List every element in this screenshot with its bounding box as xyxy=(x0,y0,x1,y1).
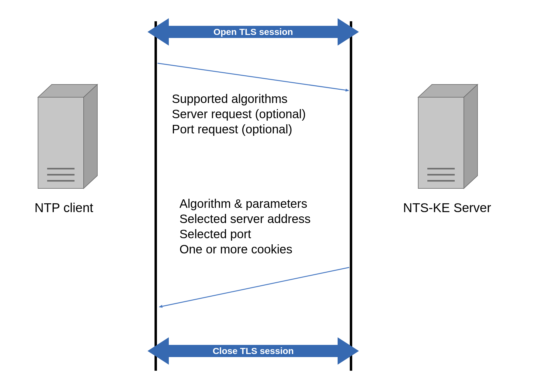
msg-line: Algorithm & parameters xyxy=(179,196,311,211)
msg-line: Selected port xyxy=(179,226,311,242)
msg-line: One or more cookies xyxy=(179,242,311,257)
msg-server-to-client: Algorithm & parameters Selected server a… xyxy=(179,196,311,257)
ntp-client-label: NTP client xyxy=(18,201,109,215)
msg-line: Supported algorithms xyxy=(172,91,306,106)
msg-client-to-server: Supported algorithms Server request (opt… xyxy=(172,91,306,137)
nts-ke-server-label: NTS-KE Server xyxy=(398,201,496,215)
svg-marker-3 xyxy=(84,84,97,188)
msg-line: Server request (optional) xyxy=(172,106,306,122)
msg-line: Port request (optional) xyxy=(172,122,306,137)
svg-marker-9 xyxy=(464,84,478,188)
banner-bottom-label: Close TLS session xyxy=(170,346,336,356)
banner-top-label: Open TLS session xyxy=(170,27,336,37)
arrow-server-to-client xyxy=(159,267,349,307)
ntp-client-icon xyxy=(38,84,97,188)
arrow-client-to-server xyxy=(158,63,349,91)
sequence-diagram: Open TLS session Close TLS session NTP c… xyxy=(0,0,556,392)
msg-line: Selected server address xyxy=(179,211,311,226)
nts-ke-server-icon xyxy=(418,84,478,188)
